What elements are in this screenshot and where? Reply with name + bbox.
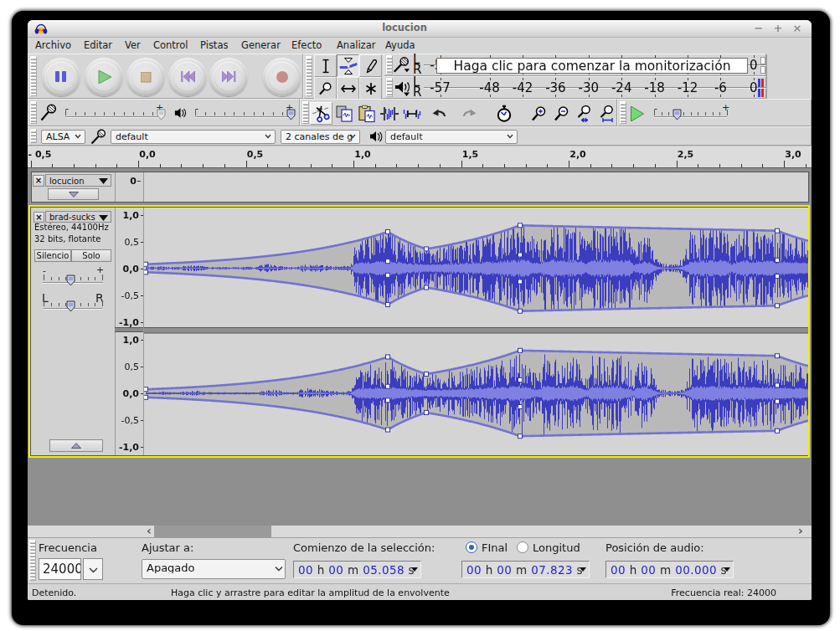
edit-grabber[interactable] — [302, 101, 309, 124]
rate-combo-button[interactable] — [83, 558, 103, 580]
track2-collapse-button[interactable] — [49, 439, 103, 452]
selection-start-field[interactable]: 00 h 00 m 05.058 s — [293, 561, 421, 578]
copy-button[interactable] — [332, 102, 355, 125]
monitor-tooltip[interactable]: Haga clic para comenzar la monitorizació… — [436, 58, 748, 74]
silence-button[interactable] — [400, 102, 423, 125]
mixer-grabber[interactable] — [30, 101, 37, 124]
fit-selection-time-button[interactable] — [492, 102, 515, 125]
ruler-label: 3,0 — [785, 149, 801, 160]
track1-content[interactable] — [143, 172, 808, 202]
stop-button[interactable] — [126, 58, 165, 96]
output-device-combo[interactable]: default — [385, 130, 518, 144]
multi-tool-button[interactable] — [359, 77, 382, 100]
forward-button[interactable] — [209, 58, 248, 96]
menu-pistas[interactable]: Pistas — [200, 38, 228, 53]
vertical-ruler-label: 1,0 — [116, 209, 139, 220]
track1-close-button[interactable]: × — [33, 175, 44, 187]
ruler-label: 1,5 — [462, 149, 479, 160]
selection-grabber[interactable] — [29, 540, 36, 581]
menu-efecto[interactable]: Efecto — [291, 38, 322, 53]
host-combo[interactable]: ALSA — [41, 130, 85, 144]
audacity-logo-icon — [34, 23, 48, 36]
close-button[interactable]: × — [791, 20, 804, 37]
menu-ver[interactable]: Ver — [125, 38, 141, 53]
radio-end[interactable] — [466, 541, 477, 553]
draw-tool-button[interactable] — [359, 54, 382, 77]
selection-end-field[interactable]: 00 h 00 m 07.823 s — [461, 561, 590, 578]
audio-position-field[interactable]: 00 h 00 m 00.000 s — [606, 561, 734, 578]
audio-position-value: 00 h 00 m 00.000 s — [611, 563, 727, 577]
zoom-out-button[interactable] — [550, 102, 573, 125]
channels-combo[interactable]: 2 canales de g — [281, 130, 360, 144]
ruler-tick — [611, 164, 612, 167]
device-grabber[interactable] — [30, 129, 37, 143]
play-button[interactable] — [85, 58, 123, 96]
envelope-tool-button[interactable] — [337, 54, 359, 77]
zoom-tool-button[interactable] — [314, 77, 337, 100]
track2-waveform[interactable] — [143, 208, 808, 455]
speed-thumb[interactable] — [673, 109, 682, 121]
minimize-button[interactable]: − — [752, 20, 765, 37]
rewind-icon — [181, 71, 195, 83]
gain-thumb[interactable] — [66, 274, 75, 286]
chevron-down-icon — [349, 133, 356, 140]
menu-generar[interactable]: Generar — [241, 38, 281, 53]
ruler-tick — [138, 161, 139, 167]
rewind-button[interactable] — [168, 58, 207, 96]
scrollbar-thumb[interactable] — [154, 526, 271, 537]
timeshift-tool-button[interactable] — [337, 77, 359, 100]
timeline-ruler[interactable]: - 0,50,00,51,01,52,02,53,0 — [28, 146, 812, 168]
output-volume-thumb[interactable] — [286, 109, 296, 121]
slider-tick — [254, 112, 255, 115]
track1-title[interactable]: locucion — [45, 174, 111, 187]
rate-field[interactable]: 24000 — [39, 558, 81, 580]
fit-selection-button[interactable] — [573, 102, 595, 125]
output-meter-grabber[interactable] — [386, 78, 393, 97]
track2-title[interactable]: brad-sucks — [45, 211, 111, 223]
field-dropdown-icon[interactable] — [724, 567, 730, 572]
track1-expand-button[interactable] — [48, 188, 99, 200]
track2-close-button[interactable]: × — [33, 212, 44, 223]
zoom-in-button[interactable] — [528, 102, 550, 125]
scroll-right-icon[interactable]: › — [795, 526, 807, 537]
expand-arrow-icon — [69, 192, 79, 198]
field-dropdown-icon[interactable] — [411, 567, 418, 572]
menu-archivo[interactable]: Archivo — [35, 38, 71, 53]
redo-button[interactable] — [457, 102, 480, 125]
input-volume-thumb[interactable] — [157, 109, 166, 121]
meter-scale-label: 0 — [750, 80, 758, 95]
ruler-tick — [504, 164, 505, 167]
cut-button[interactable] — [310, 102, 332, 125]
radio-length[interactable] — [517, 541, 528, 553]
pan-thumb[interactable] — [66, 300, 75, 312]
horizontal-scrollbar[interactable]: ‹ › — [28, 526, 812, 537]
menu-editar[interactable]: Editar — [84, 38, 112, 53]
slider-groove — [195, 116, 292, 117]
record-button[interactable] — [263, 58, 301, 96]
track2-solo-button[interactable]: Solo — [71, 249, 111, 262]
menu-ayuda[interactable]: Ayuda — [385, 38, 415, 53]
tools-grabber[interactable] — [306, 56, 312, 96]
track2-mute-button[interactable]: Silencio — [34, 249, 71, 262]
input-device-combo[interactable]: default — [111, 130, 276, 144]
title-bar[interactable]: locucion − + × — [28, 20, 812, 38]
transport-grabber[interactable] — [30, 56, 37, 96]
ruler-tick — [569, 161, 569, 167]
maximize-button[interactable]: + — [771, 20, 785, 37]
snap-combo[interactable]: Apagado — [142, 559, 286, 579]
menu-analizar[interactable]: Analizar — [337, 38, 375, 53]
ruler-tick — [784, 161, 785, 167]
ruler-tick — [95, 164, 96, 167]
play-at-speed-button[interactable] — [626, 102, 648, 125]
menu-control[interactable]: Control — [153, 38, 188, 53]
paste-button[interactable] — [355, 102, 378, 125]
trim-button[interactable] — [378, 102, 400, 125]
pause-button[interactable] — [42, 58, 80, 96]
scroll-left-icon[interactable]: ‹ — [143, 526, 155, 537]
meter-scale-label: -48 — [479, 80, 500, 95]
selection-tool-button[interactable] — [314, 54, 337, 77]
undo-icon — [431, 108, 448, 120]
undo-button[interactable] — [428, 102, 451, 125]
field-dropdown-icon[interactable] — [580, 567, 586, 572]
fit-project-button[interactable] — [595, 102, 618, 125]
